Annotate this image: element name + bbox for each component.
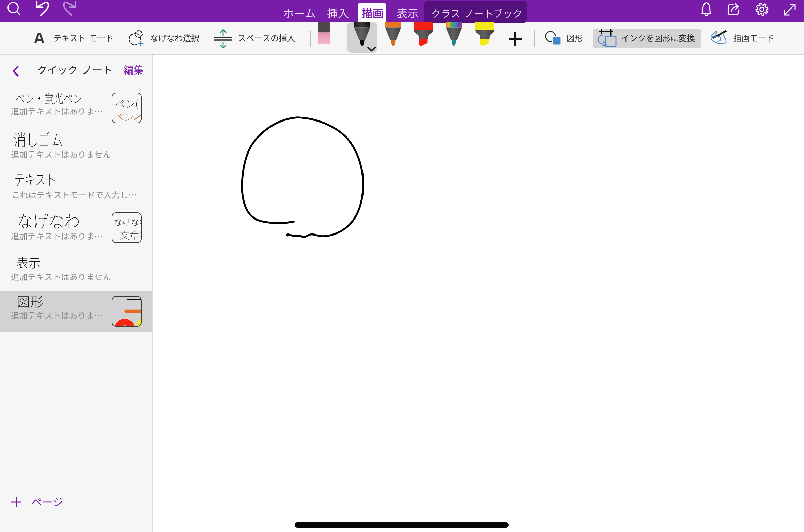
svg-text:A: A <box>34 29 45 47</box>
